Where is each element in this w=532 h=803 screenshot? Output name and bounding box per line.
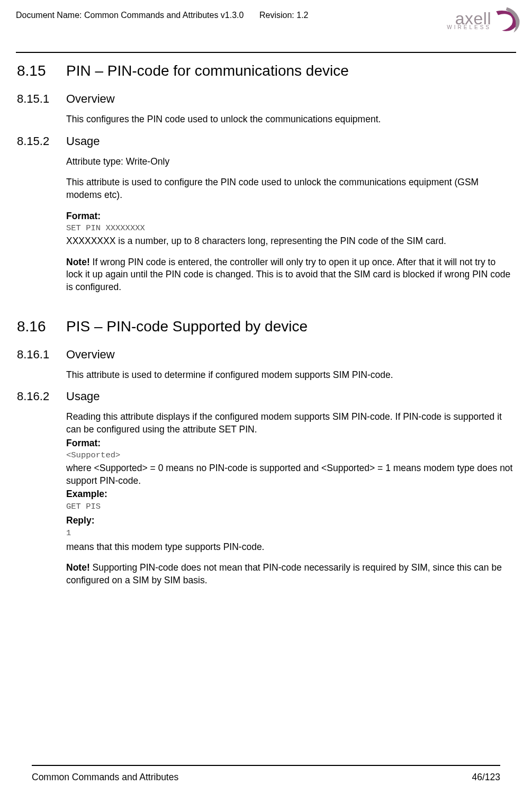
paragraph: Reading this attribute displays if the c…	[66, 411, 513, 436]
format-label: Format:	[66, 437, 513, 450]
heading-number: 8.16.1	[16, 348, 66, 362]
logo: axell WIRELESS	[447, 6, 521, 35]
paragraph: This configures the PIN code used to unl…	[66, 113, 513, 126]
paragraph: XXXXXXXX is a number, up to 8 characters…	[66, 235, 513, 248]
heading-title: Overview	[66, 92, 115, 106]
paragraph: means that this modem type supports PIN-…	[66, 541, 513, 554]
footer-left: Common Commands and Attributes	[32, 772, 178, 783]
heading-8-16: 8.16 PIS – PIN-code Supported by device	[16, 318, 516, 335]
heading-8-15: 8.15 PIN – PIN-code for communications d…	[16, 62, 516, 79]
code-block: <Supported>	[66, 450, 513, 460]
header-divider	[16, 52, 516, 53]
section-body: This attribute is used to determine if c…	[66, 369, 513, 382]
code-block: SET PIN XXXXXXXX	[66, 223, 513, 233]
heading-8-16-2: 8.16.2 Usage	[16, 390, 516, 403]
reply-label: Reply:	[66, 515, 513, 527]
heading-number: 8.15	[16, 62, 66, 79]
heading-8-15-1: 8.15.1 Overview	[16, 92, 516, 106]
paragraph: where <Supported> = 0 means no PIN-code …	[66, 462, 513, 487]
paragraph: This attribute is used to determine if c…	[66, 369, 513, 382]
paragraph: Attribute type: Write-Only	[66, 156, 513, 168]
format-label: Format:	[66, 210, 513, 223]
heading-number: 8.15.1	[16, 92, 66, 106]
note-paragraph: Note! Supporting PIN-code does not mean …	[66, 562, 513, 587]
heading-number: 8.16	[16, 318, 66, 335]
heading-number: 8.15.2	[16, 134, 66, 148]
section-body: This configures the PIN code used to unl…	[66, 113, 513, 126]
note-label: Note!	[66, 257, 90, 267]
page-footer: Common Commands and Attributes 46/123	[32, 772, 500, 783]
heading-title: Overview	[66, 348, 115, 362]
section-body: Attribute type: Write-Only This attribut…	[66, 156, 513, 294]
footer-divider	[32, 765, 500, 766]
heading-8-15-2: 8.15.2 Usage	[16, 134, 516, 148]
heading-8-16-1: 8.16.1 Overview	[16, 348, 516, 362]
revision: Revision: 1.2	[259, 11, 309, 20]
logo-text: axell WIRELESS	[447, 12, 491, 30]
note-paragraph: Note! If wrong PIN code is entered, the …	[66, 256, 513, 294]
example-label: Example:	[66, 488, 513, 501]
footer-right: 46/123	[472, 772, 500, 783]
page-header: Document Name: Common Commands and Attri…	[16, 10, 516, 36]
heading-number: 8.16.2	[16, 390, 66, 403]
document-name: Document Name: Common Commands and Attri…	[16, 11, 244, 20]
section-body: Reading this attribute displays if the c…	[66, 411, 513, 587]
code-block: GET PIS	[66, 502, 513, 511]
code-block: 1	[66, 528, 513, 538]
logo-sub: WIRELESS	[447, 25, 491, 30]
heading-title: Usage	[66, 390, 100, 403]
note-label: Note!	[66, 562, 90, 573]
page: Document Name: Common Commands and Attri…	[16, 10, 516, 792]
heading-title: PIN – PIN-code for communications device	[66, 62, 349, 79]
content: 8.15 PIN – PIN-code for communications d…	[16, 62, 516, 587]
heading-title: Usage	[66, 134, 100, 148]
note-text: If wrong PIN code is entered, the contro…	[66, 257, 510, 292]
note-text: Supporting PIN-code does not mean that P…	[66, 562, 502, 585]
heading-title: PIS – PIN-code Supported by device	[66, 318, 308, 335]
paragraph: This attribute is used to configure the …	[66, 176, 513, 201]
logo-swirl-icon	[492, 6, 521, 35]
